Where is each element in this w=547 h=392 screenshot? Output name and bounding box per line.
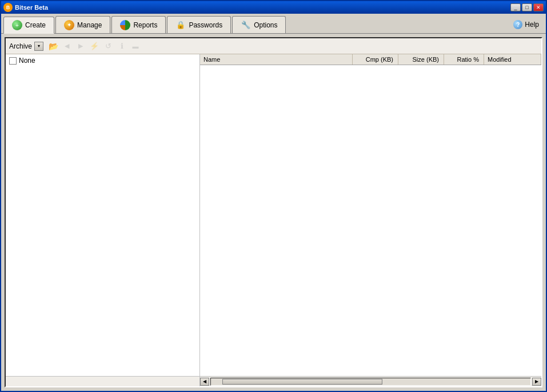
info-icon: ℹ xyxy=(121,42,123,50)
col-header-name[interactable]: Name xyxy=(200,54,353,65)
maximize-button[interactable]: □ xyxy=(522,3,532,11)
action-button[interactable]: ⚡ xyxy=(88,41,101,52)
list-item[interactable]: None xyxy=(7,55,198,66)
tab-reports-label: Reports xyxy=(133,21,157,29)
tab-manage[interactable]: ✦ Manage xyxy=(55,16,110,33)
tab-options[interactable]: 🔧 Options xyxy=(232,16,286,33)
tab-passwords[interactable]: 🔒 Passwords xyxy=(167,16,231,33)
tab-manage-label: Manage xyxy=(77,21,102,29)
tab-bar: + Create ✦ Manage Reports 🔒 Passwords 🔧 … xyxy=(1,14,546,34)
title-bar: B Bitser Beta _ □ ✕ xyxy=(1,1,546,14)
open-folder-button[interactable]: 📂 xyxy=(47,41,59,52)
help-icon: ? xyxy=(513,20,522,29)
back-icon: ◀ xyxy=(65,42,69,50)
main-window: B Bitser Beta _ □ ✕ + Create ✦ Manage Re… xyxy=(0,0,547,392)
close-button[interactable]: ✕ xyxy=(533,3,544,11)
help-button[interactable]: ? Help xyxy=(509,18,544,31)
archive-dropdown[interactable]: ▾ xyxy=(34,42,43,51)
content-panel: Archive ▾ 📂 ◀ ▶ ⚡ ↺ ℹ xyxy=(5,37,542,387)
col-header-cmp[interactable]: Cmp (KB) xyxy=(353,54,398,65)
open-folder-icon: 📂 xyxy=(49,42,58,51)
help-label: Help xyxy=(525,21,539,29)
right-pane: Name Cmp (KB) Size (KB) Ratio % Modified… xyxy=(200,54,541,386)
none-label: None xyxy=(19,57,35,65)
toolbar: Archive ▾ 📂 ◀ ▶ ⚡ ↺ ℹ xyxy=(6,38,541,54)
horizontal-scrollbar[interactable] xyxy=(210,378,531,386)
left-pane: None xyxy=(6,54,200,386)
table-body xyxy=(200,65,541,376)
scroll-left-button[interactable]: ◀ xyxy=(200,378,209,386)
col-header-ratio[interactable]: Ratio % xyxy=(444,54,484,65)
lightning-icon: ⚡ xyxy=(90,42,99,50)
forward-icon: ▶ xyxy=(78,42,83,50)
manage-tab-icon: ✦ xyxy=(64,20,74,30)
tab-reports[interactable]: Reports xyxy=(111,16,166,33)
info-button[interactable]: ℹ xyxy=(115,41,128,52)
tab-passwords-label: Passwords xyxy=(189,21,222,29)
refresh-button[interactable]: ↺ xyxy=(102,41,114,52)
minimize-button[interactable]: _ xyxy=(510,3,521,11)
scroll-right-button[interactable]: ▶ xyxy=(532,378,541,386)
left-pane-bottom xyxy=(6,376,199,386)
view-button[interactable]: ▬ xyxy=(129,41,142,52)
left-pane-content: None xyxy=(6,54,199,376)
table-header: Name Cmp (KB) Size (KB) Ratio % Modified xyxy=(200,54,541,65)
title-bar-buttons: _ □ ✕ xyxy=(510,3,544,11)
main-content: Archive ▾ 📂 ◀ ▶ ⚡ ↺ ℹ xyxy=(1,34,546,391)
col-header-size[interactable]: Size (KB) xyxy=(398,54,444,65)
col-header-modified[interactable]: Modified xyxy=(484,54,541,65)
forward-button[interactable]: ▶ xyxy=(74,41,87,52)
reports-tab-icon xyxy=(120,20,130,30)
tab-create-label: Create xyxy=(25,21,46,29)
refresh-icon: ↺ xyxy=(105,42,111,50)
title-bar-left: B Bitser Beta xyxy=(3,3,48,12)
app-icon: B xyxy=(3,3,13,12)
back-button[interactable]: ◀ xyxy=(61,41,73,52)
scrollbar-thumb[interactable] xyxy=(222,379,382,385)
options-tab-icon: 🔧 xyxy=(241,20,251,30)
create-tab-icon: + xyxy=(12,20,22,30)
archive-label: Archive xyxy=(9,42,32,50)
window-title: Bitser Beta xyxy=(15,4,48,11)
split-pane: None Name Cmp (KB) Size (KB) Ratio % Mod… xyxy=(6,54,541,386)
tab-options-label: Options xyxy=(254,21,277,29)
tab-create[interactable]: + Create xyxy=(3,17,54,34)
view-icon: ▬ xyxy=(133,43,139,50)
none-checkbox[interactable] xyxy=(9,57,17,65)
right-pane-footer: ◀ ▶ xyxy=(200,376,541,386)
passwords-tab-icon: 🔒 xyxy=(175,20,186,30)
